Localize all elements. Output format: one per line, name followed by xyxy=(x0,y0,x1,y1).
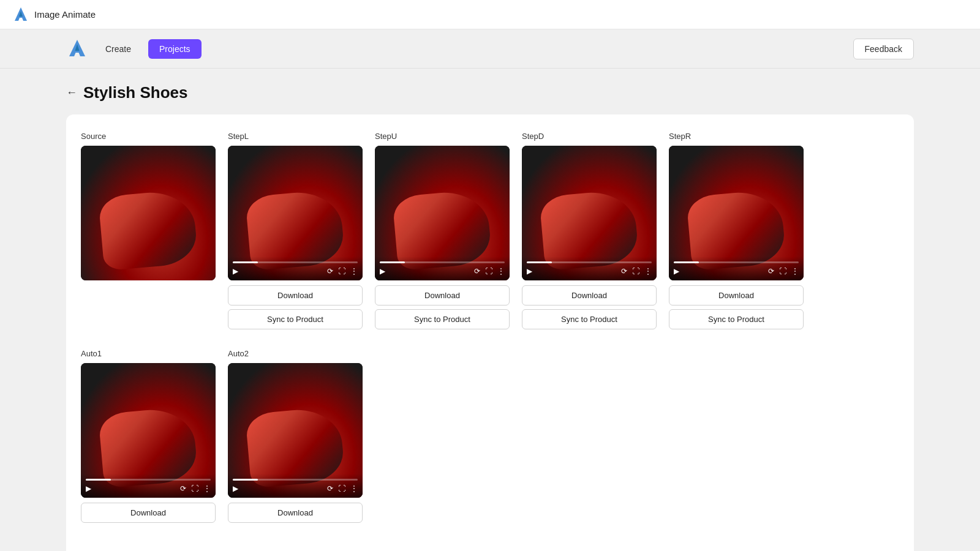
download-button-auto2[interactable]: Download xyxy=(228,503,363,523)
create-button[interactable]: Create xyxy=(98,40,138,58)
back-button[interactable]: ← xyxy=(66,86,77,99)
media-item-source: Source xyxy=(81,132,216,329)
thumb-auto1: ▶ ⟳ ⛶ ⋮ xyxy=(81,363,216,498)
expand-icon-stepr[interactable]: ⛶ xyxy=(779,267,786,276)
expand-icon-stepl[interactable]: ⛶ xyxy=(338,267,345,276)
motion-icon-stepu[interactable]: ⟳ xyxy=(474,267,480,276)
label-stepu: StepU xyxy=(375,132,510,141)
sync-button-stepd[interactable]: Sync to Product xyxy=(522,309,657,329)
more-icon-auto2[interactable]: ⋮ xyxy=(350,484,358,493)
media-item-auto1: Auto1 ▶ ⟳ ⛶ ⋮ xyxy=(81,349,216,523)
progress-bar-stepd xyxy=(527,261,652,263)
video-controls-stepr: ▶ ⟳ ⛶ ⋮ xyxy=(669,257,804,280)
expand-icon-stepu[interactable]: ⛶ xyxy=(485,267,492,276)
progress-bar-stepu xyxy=(380,261,505,263)
app-logo-area: Image Animate xyxy=(12,6,96,23)
more-icon-stepu[interactable]: ⋮ xyxy=(497,267,505,276)
thumb-stepl: ▶ ⟳ ⛶ ⋮ xyxy=(228,146,363,280)
action-btns-stepl: Download Sync to Product xyxy=(228,285,363,329)
action-btns-auto1: Download xyxy=(81,503,216,523)
thumb-stepd: ▶ ⟳ ⛶ ⋮ xyxy=(522,146,657,280)
ctrl-icons-auto1: ⟳ ⛶ ⋮ xyxy=(180,484,211,493)
download-button-stepd[interactable]: Download xyxy=(522,285,657,305)
ctrl-icons-stepu: ⟳ ⛶ ⋮ xyxy=(474,267,505,276)
video-controls-auto2: ▶ ⟳ ⛶ ⋮ xyxy=(228,474,363,498)
download-button-stepl[interactable]: Download xyxy=(228,285,363,305)
progress-bar-auto1 xyxy=(86,479,211,481)
label-auto2: Auto2 xyxy=(228,349,363,358)
motion-icon-stepl[interactable]: ⟳ xyxy=(327,267,333,276)
motion-icon-stepd[interactable]: ⟳ xyxy=(621,267,627,276)
play-button-stepl[interactable]: ▶ xyxy=(233,267,238,276)
label-source: Source xyxy=(81,132,216,141)
ctrl-icons-stepd: ⟳ ⛶ ⋮ xyxy=(621,267,652,276)
thumb-auto2: ▶ ⟳ ⛶ ⋮ xyxy=(228,363,363,498)
action-btns-stepu: Download Sync to Product xyxy=(375,285,510,329)
motion-icon-auto2[interactable]: ⟳ xyxy=(327,484,333,493)
play-button-auto2[interactable]: ▶ xyxy=(233,484,238,493)
more-icon-auto1[interactable]: ⋮ xyxy=(203,484,211,493)
row-2: Auto1 ▶ ⟳ ⛶ ⋮ xyxy=(81,349,899,523)
label-stepl: StepL xyxy=(228,132,363,141)
more-icon-stepr[interactable]: ⋮ xyxy=(791,267,799,276)
ctrl-icons-stepl: ⟳ ⛶ ⋮ xyxy=(327,267,358,276)
thumb-stepr: ▶ ⟳ ⛶ ⋮ xyxy=(669,146,804,280)
action-btns-auto2: Download xyxy=(228,503,363,523)
sync-button-stepu[interactable]: Sync to Product xyxy=(375,309,510,329)
more-icon-stepl[interactable]: ⋮ xyxy=(350,267,358,276)
controls-row-stepr: ▶ ⟳ ⛶ ⋮ xyxy=(674,267,799,276)
projects-button[interactable]: Projects xyxy=(148,39,202,59)
media-item-auto2: Auto2 ▶ ⟳ ⛶ ⋮ xyxy=(228,349,363,523)
controls-row-auto2: ▶ ⟳ ⛶ ⋮ xyxy=(233,484,358,493)
video-controls-stepl: ▶ ⟳ ⛶ ⋮ xyxy=(228,257,363,280)
progress-bar-stepl xyxy=(233,261,358,263)
label-auto1: Auto1 xyxy=(81,349,216,358)
video-controls-stepu: ▶ ⟳ ⛶ ⋮ xyxy=(375,257,510,280)
play-button-stepd[interactable]: ▶ xyxy=(527,267,532,276)
media-item-stepl: StepL ▶ ⟳ ⛶ ⋮ xyxy=(228,132,363,329)
expand-icon-auto1[interactable]: ⛶ xyxy=(191,484,198,493)
ctrl-icons-auto2: ⟳ ⛶ ⋮ xyxy=(327,484,358,493)
page-content: ← Stylish Shoes Source StepL xyxy=(0,69,980,551)
play-button-stepu[interactable]: ▶ xyxy=(380,267,385,276)
download-button-stepu[interactable]: Download xyxy=(375,285,510,305)
motion-icon-stepr[interactable]: ⟳ xyxy=(768,267,774,276)
media-item-stepu: StepU ▶ ⟳ ⛶ ⋮ xyxy=(375,132,510,329)
page-header: ← Stylish Shoes xyxy=(66,83,914,102)
nav-logo-icon xyxy=(66,38,88,60)
controls-row-auto1: ▶ ⟳ ⛶ ⋮ xyxy=(86,484,211,493)
row-1: Source StepL ▶ xyxy=(81,132,899,329)
controls-row-stepd: ▶ ⟳ ⛶ ⋮ xyxy=(527,267,652,276)
motion-icon-auto1[interactable]: ⟳ xyxy=(180,484,186,493)
action-btns-stepd: Download Sync to Product xyxy=(522,285,657,329)
ctrl-icons-stepr: ⟳ ⛶ ⋮ xyxy=(768,267,799,276)
label-stepd: StepD xyxy=(522,132,657,141)
nav-left: Create Projects xyxy=(66,38,202,60)
more-icon-stepd[interactable]: ⋮ xyxy=(644,267,652,276)
progress-bar-stepr xyxy=(674,261,799,263)
top-bar: Image Animate xyxy=(0,0,980,29)
expand-icon-auto2[interactable]: ⛶ xyxy=(338,484,345,493)
sync-button-stepr[interactable]: Sync to Product xyxy=(669,309,804,329)
play-button-auto1[interactable]: ▶ xyxy=(86,484,91,493)
main-card: Source StepL ▶ xyxy=(66,114,914,551)
progress-bar-auto2 xyxy=(233,479,358,481)
video-controls-stepd: ▶ ⟳ ⛶ ⋮ xyxy=(522,257,657,280)
action-btns-stepr: Download Sync to Product xyxy=(669,285,804,329)
app-logo-icon xyxy=(12,6,29,23)
feedback-button[interactable]: Feedback xyxy=(853,39,914,59)
media-item-stepr: StepR ▶ ⟳ ⛶ ⋮ xyxy=(669,132,804,329)
expand-icon-stepd[interactable]: ⛶ xyxy=(632,267,639,276)
play-button-stepr[interactable]: ▶ xyxy=(674,267,679,276)
app-title: Image Animate xyxy=(34,9,96,20)
download-button-auto1[interactable]: Download xyxy=(81,503,216,523)
media-item-stepd: StepD ▶ ⟳ ⛶ ⋮ xyxy=(522,132,657,329)
controls-row-stepu: ▶ ⟳ ⛶ ⋮ xyxy=(380,267,505,276)
thumb-source xyxy=(81,146,216,280)
download-button-stepr[interactable]: Download xyxy=(669,285,804,305)
video-controls-auto1: ▶ ⟳ ⛶ ⋮ xyxy=(81,474,216,498)
controls-row-stepl: ▶ ⟳ ⛶ ⋮ xyxy=(233,267,358,276)
label-stepr: StepR xyxy=(669,132,804,141)
nav-bar: Create Projects Feedback xyxy=(0,29,980,69)
sync-button-stepl[interactable]: Sync to Product xyxy=(228,309,363,329)
